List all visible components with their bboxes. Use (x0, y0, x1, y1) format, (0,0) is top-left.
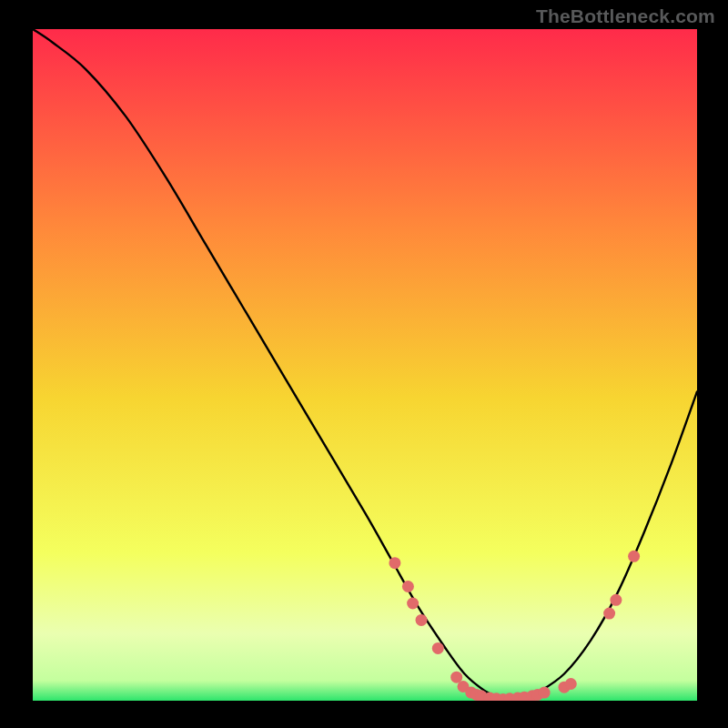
data-marker (539, 687, 551, 699)
data-marker (565, 678, 577, 690)
data-marker (402, 581, 414, 592)
data-marker (628, 551, 640, 562)
plot-svg (0, 0, 728, 728)
data-marker (389, 557, 400, 569)
data-marker (603, 608, 615, 620)
data-marker (432, 642, 444, 654)
data-marker (416, 614, 428, 626)
data-marker (610, 594, 622, 606)
chart-container: TheBottleneck.com (0, 0, 728, 728)
watermark-text: TheBottleneck.com (536, 5, 715, 27)
plot-area (33, 29, 697, 701)
data-marker (407, 598, 419, 610)
